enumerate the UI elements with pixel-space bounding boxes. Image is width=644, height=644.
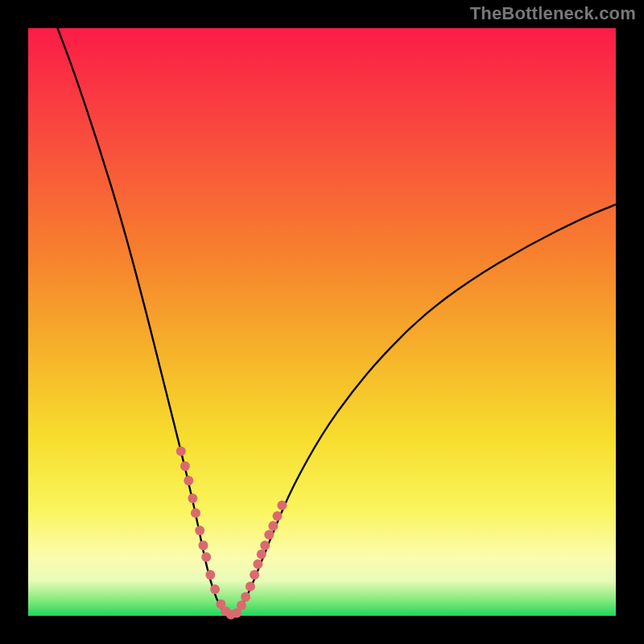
sample-dot (273, 511, 283, 521)
sample-dot (246, 582, 255, 592)
sample-dot (201, 552, 211, 562)
curve-svg (28, 28, 616, 616)
sample-dot (253, 559, 262, 569)
bottleneck-curve (58, 28, 617, 616)
sample-dot (260, 540, 270, 550)
sample-dot (199, 540, 208, 550)
watermark-text: TheBottleneck.com (470, 3, 636, 24)
sample-dot (180, 461, 190, 471)
plot-area (28, 28, 616, 616)
sample-dots (176, 447, 287, 620)
sample-dot (237, 601, 246, 610)
sample-dot (264, 530, 274, 539)
sample-dot (205, 570, 215, 580)
sample-dot (184, 476, 193, 485)
chart-stage: TheBottleneck.com (0, 0, 644, 644)
sample-dot (191, 508, 200, 518)
sample-dot (188, 493, 197, 503)
sample-dot (195, 526, 204, 535)
sample-dot (257, 549, 266, 559)
sample-dot (210, 584, 220, 594)
sample-dot (176, 447, 186, 456)
sample-dot (250, 570, 259, 580)
sample-dot (241, 592, 250, 602)
sample-dot (277, 501, 287, 510)
sample-dot (268, 521, 278, 530)
